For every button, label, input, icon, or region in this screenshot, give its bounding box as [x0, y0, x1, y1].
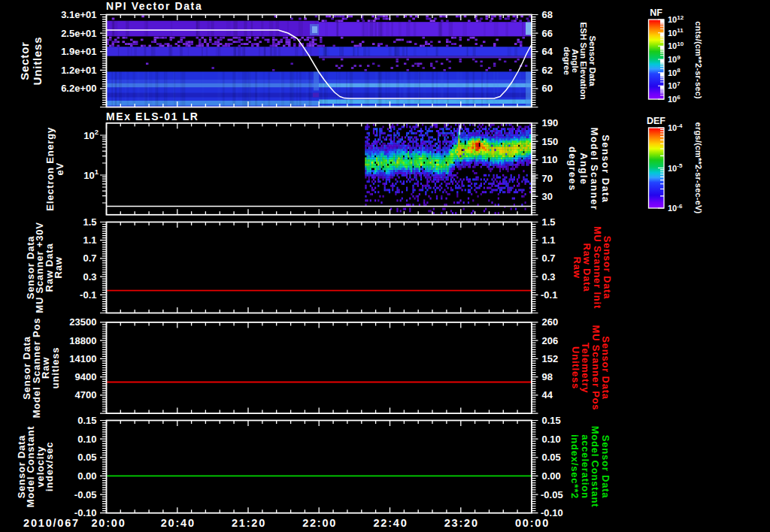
- svg-text:60: 60: [542, 83, 553, 94]
- svg-text:-0.05: -0.05: [74, 489, 97, 500]
- svg-text:0.3: 0.3: [83, 271, 96, 283]
- svg-text:2010/067: 2010/067: [23, 517, 80, 529]
- svg-text:0.10: 0.10: [77, 434, 96, 445]
- svg-text:98: 98: [542, 371, 553, 382]
- svg-text:21:20: 21:20: [232, 517, 266, 529]
- svg-text:18800: 18800: [69, 335, 96, 346]
- svg-text:ergs/(cm**2-sr-sec-eV): ergs/(cm**2-sr-sec-eV): [694, 122, 703, 214]
- svg-text:110: 110: [542, 154, 558, 165]
- svg-text:6.2e+00: 6.2e+00: [61, 83, 96, 94]
- svg-text:152: 152: [542, 353, 559, 364]
- svg-text:22:00: 22:00: [302, 517, 337, 529]
- svg-text:1.5: 1.5: [83, 216, 96, 228]
- svg-text:0.10: 0.10: [542, 434, 561, 445]
- svg-text:260: 260: [542, 316, 559, 328]
- svg-text:1.1: 1.1: [542, 234, 556, 246]
- svg-text:0.7: 0.7: [83, 252, 96, 264]
- svg-text:4700: 4700: [75, 389, 97, 401]
- svg-text:00:00: 00:00: [515, 517, 550, 529]
- svg-text:0.7: 0.7: [542, 252, 556, 264]
- svg-text:0.15: 0.15: [77, 415, 96, 426]
- svg-text:0.05: 0.05: [77, 452, 96, 463]
- svg-text:9400: 9400: [75, 371, 97, 382]
- svg-text:62: 62: [542, 65, 553, 76]
- svg-text:68: 68: [542, 9, 553, 20]
- svg-text:1.9e+01: 1.9e+01: [61, 46, 96, 57]
- svg-text:20:00: 20:00: [91, 517, 126, 529]
- svg-text:150: 150: [542, 136, 559, 147]
- svg-text:22:40: 22:40: [373, 517, 408, 529]
- svg-text:23500: 23500: [69, 316, 96, 328]
- svg-text:2.5e+01: 2.5e+01: [61, 28, 96, 39]
- svg-text:44: 44: [542, 389, 553, 401]
- svg-text:0.15: 0.15: [542, 415, 561, 426]
- svg-text:0.00: 0.00: [542, 470, 561, 482]
- svg-text:-0.1: -0.1: [80, 289, 96, 301]
- svg-text:0.00: 0.00: [77, 470, 96, 482]
- svg-text:0.3: 0.3: [542, 271, 556, 283]
- svg-text:-0.1: -0.1: [541, 289, 557, 301]
- svg-text:-0.05: -0.05: [541, 489, 563, 500]
- svg-text:66: 66: [542, 28, 553, 39]
- svg-text:3.1e+01: 3.1e+01: [61, 9, 96, 20]
- svg-text:64: 64: [542, 46, 553, 57]
- svg-text:70: 70: [542, 173, 553, 184]
- svg-text:cnts/(cm**2-sr-sec): cnts/(cm**2-sr-sec): [694, 21, 703, 99]
- svg-text:DEF: DEF: [647, 116, 665, 126]
- svg-text:NF: NF: [650, 8, 662, 18]
- svg-text:20:40: 20:40: [161, 517, 196, 529]
- svg-text:1.2e+01: 1.2e+01: [61, 65, 96, 76]
- svg-text:0.05: 0.05: [542, 452, 561, 463]
- svg-text:23:20: 23:20: [444, 517, 479, 529]
- svg-text:1.1: 1.1: [83, 234, 96, 246]
- svg-text:Sensor DataModel Constantaccel: Sensor DataModel Constantaccelerationind…: [569, 426, 611, 508]
- svg-text:SectorUnitless: SectorUnitless: [18, 37, 44, 86]
- svg-text:NPI Vector Data: NPI Vector Data: [106, 0, 202, 12]
- svg-text:MEx ELS-01 LR: MEx ELS-01 LR: [106, 110, 199, 122]
- svg-text:190: 190: [542, 117, 559, 128]
- svg-text:206: 206: [542, 335, 559, 346]
- svg-text:14100: 14100: [69, 353, 96, 364]
- svg-text:30: 30: [542, 191, 553, 202]
- svg-text:1.5: 1.5: [542, 216, 556, 228]
